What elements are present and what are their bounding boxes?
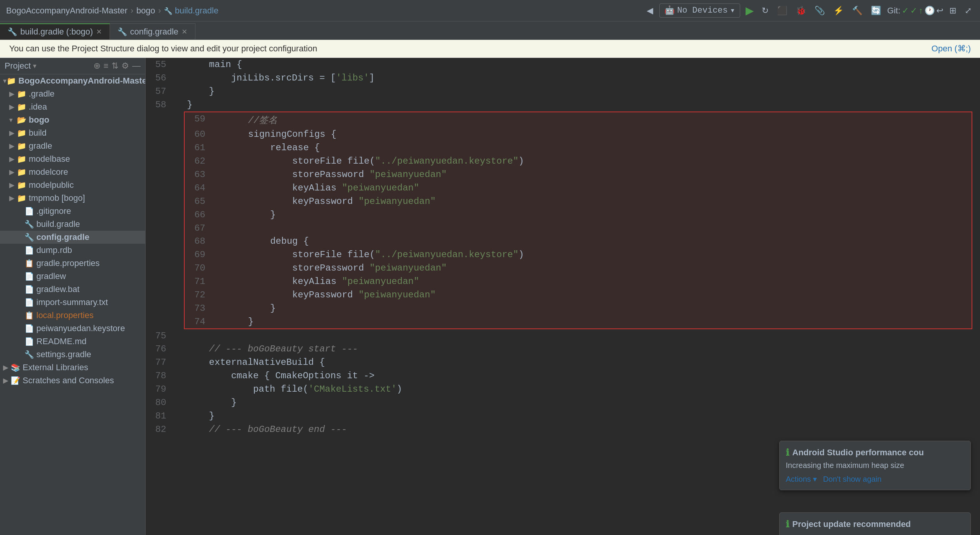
sidebar-item-dump-rdb[interactable]: 📄 dump.rdb xyxy=(0,244,145,257)
sidebar-item-gradlew-bat[interactable]: 📄 gradlew.bat xyxy=(0,283,145,296)
sidebar-item-modelbase[interactable]: ▶ 📁 modelbase xyxy=(0,153,145,166)
sidebar-header: Project ▾ ⊕ ≡ ⇅ ⚙ — xyxy=(0,58,145,74)
sidebar-item-build-gradle[interactable]: 🔧 build.gradle xyxy=(0,218,145,231)
code-line-57: 57 } xyxy=(146,85,980,98)
sidebar-icon-sort[interactable]: ⇅ xyxy=(111,61,118,71)
sidebar-item-gitignore[interactable]: 📄 .gitignore xyxy=(0,205,145,218)
device-selector[interactable]: 🤖 No Devices ▾ xyxy=(659,3,740,18)
line-number: 81 xyxy=(146,409,172,421)
attach-button[interactable]: 📎 xyxy=(812,4,827,17)
sidebar-item-external-libs[interactable]: ▶ 📚 External Libraries xyxy=(0,361,145,374)
sidebar-item-label: .gitignore xyxy=(36,206,71,216)
back-button[interactable]: ◀ xyxy=(644,4,656,17)
tab-bar: 🔧 build.gradle (:bogo) ✕ 🔧 config.gradle… xyxy=(0,21,980,40)
breadcrumb-project[interactable]: BogoAccompanyAndroid-Master xyxy=(6,6,128,16)
file-icon: 📄 xyxy=(25,207,34,216)
sidebar-icon-minimize[interactable]: — xyxy=(132,61,141,71)
line-code: externalNativeBuild { xyxy=(184,356,980,369)
run-button[interactable]: ▶ xyxy=(744,3,755,18)
sync-button[interactable]: 🔄 xyxy=(869,4,883,17)
sidebar-item-label: peiwanyuedan.keystore xyxy=(36,323,125,333)
git-section: Git: ✓ ✓ ↑ 🕐 ↩ xyxy=(887,6,943,16)
sidebar-item-idea[interactable]: ▶ 📁 .idea xyxy=(0,100,145,113)
profile-button[interactable]: ⚡ xyxy=(831,4,846,17)
git-push-icon[interactable]: ↑ xyxy=(919,6,923,16)
sidebar-icon-add[interactable]: ⊕ xyxy=(93,61,100,71)
line-code: } xyxy=(223,208,972,222)
notif-actions-link[interactable]: Actions ▾ xyxy=(786,474,817,484)
gradle-file-icon: 🔧 xyxy=(25,233,34,242)
sidebar-icon-settings[interactable]: ⚙ xyxy=(121,61,129,71)
code-line-76: 76 // --- boGoBeauty start --- xyxy=(146,342,980,356)
line-number: 55 xyxy=(146,58,172,70)
sidebar-item-readme[interactable]: 📄 README.md xyxy=(0,335,145,348)
line-number: 75 xyxy=(146,329,172,341)
sidebar-item-gradle[interactable]: ▶ 📁 gradle xyxy=(0,139,145,153)
line-number: 69 xyxy=(185,248,211,260)
sidebar-item-build[interactable]: ▶ 📁 build xyxy=(0,126,145,139)
sidebar-item-scratches[interactable]: ▶ 📝 Scratches and Consoles xyxy=(0,374,145,387)
sidebar-icon-list[interactable]: ≡ xyxy=(103,61,108,71)
git-revert-icon[interactable]: ↩ xyxy=(936,6,943,16)
chevron-down-icon: ▾ xyxy=(33,62,36,70)
sidebar-item-config-gradle[interactable]: 🔧 config.gradle xyxy=(0,231,145,244)
notif-title-text: Android Studio performance cou xyxy=(792,448,924,458)
sidebar-item-modelpublic[interactable]: ▶ 📁 modelpublic xyxy=(0,179,145,192)
tab-build-gradle[interactable]: 🔧 build.gradle (:bogo) ✕ xyxy=(0,23,110,39)
code-line-61: 61 release { xyxy=(185,141,972,154)
info-bar-link[interactable]: Open (⌘;) xyxy=(931,44,971,54)
line-code: jniLibs.srcDirs = ['libs'] xyxy=(184,71,980,85)
sidebar-item-gradle-hidden[interactable]: ▶ 📁 .gradle xyxy=(0,87,145,100)
code-line-79: 79 path file('CMakeLists.txt') xyxy=(146,382,980,396)
line-number: 78 xyxy=(146,369,172,381)
debug-button[interactable]: 🐞 xyxy=(793,4,808,17)
git-check1-icon[interactable]: ✓ xyxy=(902,6,909,16)
sidebar-item-root[interactable]: ▾ 📁 BogoAccompanyAndroid-Master ~/Deskto xyxy=(0,74,145,87)
sidebar-item-bogo[interactable]: ▾ 📂 bogo xyxy=(0,113,145,126)
breadcrumb-module[interactable]: bogo xyxy=(136,6,155,16)
sidebar-item-label: gradle.properties xyxy=(36,258,100,268)
tab-config-gradle-close[interactable]: ✕ xyxy=(182,28,187,36)
notif-dont-show-link[interactable]: Don't show again xyxy=(823,475,882,484)
sidebar-item-settings-gradle[interactable]: 🔧 settings.gradle xyxy=(0,348,145,361)
line-code: // --- boGoBeauty start --- xyxy=(184,342,980,356)
git-history-icon[interactable]: 🕐 xyxy=(924,6,935,16)
breadcrumb-file[interactable]: 🔧 build.gradle xyxy=(164,6,218,16)
build-button[interactable]: 🔨 xyxy=(850,4,865,17)
sidebar-header-left: Project ▾ xyxy=(5,61,36,71)
sidebar-item-local-properties[interactable]: 📋 local.properties xyxy=(0,309,145,322)
tab-build-gradle-close[interactable]: ✕ xyxy=(96,28,102,36)
sidebar-item-import-summary[interactable]: 📄 import-summary.txt xyxy=(0,296,145,309)
line-code: storeFile file("../peiwanyuedan.keystore… xyxy=(223,154,972,168)
layout-button[interactable]: ⊞ xyxy=(947,4,959,17)
line-code: keyPassword "peiwanyuedan" xyxy=(223,288,972,302)
code-line-74: 74 } xyxy=(185,315,972,328)
code-line-55: 55 main { xyxy=(146,58,980,71)
line-number: 80 xyxy=(146,396,172,408)
sidebar-header-icons: ⊕ ≡ ⇅ ⚙ — xyxy=(93,61,141,71)
git-check2-icon[interactable]: ✓ xyxy=(910,6,917,16)
expand-button[interactable]: ⤢ xyxy=(962,4,974,17)
sidebar-item-label: tmpmob [bogo] xyxy=(29,193,85,203)
folder-icon: 📂 xyxy=(17,115,26,125)
line-code: path file('CMakeLists.txt') xyxy=(184,382,980,396)
sidebar-item-modelcore[interactable]: ▶ 📁 modelcore xyxy=(0,166,145,179)
line-number: 56 xyxy=(146,71,172,83)
sidebar-item-label: import-summary.txt xyxy=(36,297,108,307)
sidebar-item-gradle-properties[interactable]: 📋 gradle.properties xyxy=(0,257,145,270)
sidebar-root-label: BogoAccompanyAndroid-Master xyxy=(18,76,146,86)
code-line-78: 78 cmake { CmakeOptions it -> xyxy=(146,369,980,382)
tab-config-gradle[interactable]: 🔧 config.gradle ✕ xyxy=(110,23,195,39)
root-folder-icon: 📁 xyxy=(7,76,16,85)
info-icon: ℹ xyxy=(786,447,789,458)
main-toolbar: BogoAccompanyAndroid-Master › bogo › 🔧 b… xyxy=(0,0,980,21)
line-number: 61 xyxy=(185,141,211,153)
sidebar-item-gradlew[interactable]: 📄 gradlew xyxy=(0,270,145,283)
line-code: storeFile file("../peiwanyuedan.keystore… xyxy=(223,248,972,261)
stop-button[interactable]: ⬛ xyxy=(775,4,790,17)
sidebar-item-keystore[interactable]: 📄 peiwanyuedan.keystore xyxy=(0,322,145,335)
refresh-button[interactable]: ↻ xyxy=(759,4,771,17)
sidebar-item-tmpmob[interactable]: ▶ 📁 tmpmob [bogo] xyxy=(0,192,145,205)
code-editor[interactable]: 55 main { 56 jniLibs.srcDirs = ['libs'] … xyxy=(146,58,980,535)
code-line-64: 64 keyAlias "peiwanyuedan" xyxy=(185,181,972,195)
